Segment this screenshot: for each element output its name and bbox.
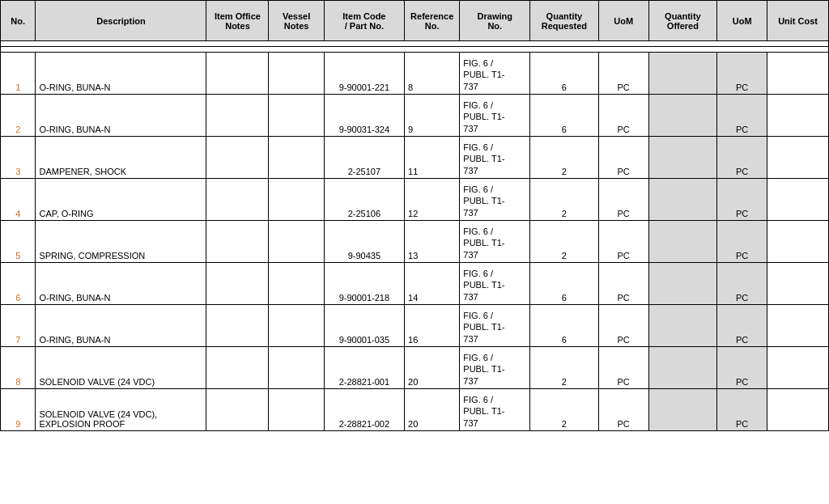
cell-item-office xyxy=(206,263,269,305)
col-header-qty-req: QuantityRequested xyxy=(530,1,598,41)
cell-unit-cost xyxy=(767,137,829,179)
cell-uom: PC xyxy=(598,137,648,179)
table-body: 1O-RING, BUNA-N9-90001-2218FIG. 6 / PUBL… xyxy=(1,53,829,431)
cell-qty-req: 2 xyxy=(530,389,598,431)
cell-no: 1 xyxy=(1,53,36,95)
col-header-ref: ReferenceNo. xyxy=(405,1,460,41)
col-header-no: No. xyxy=(1,1,36,41)
cell-qty-off xyxy=(648,53,716,95)
cell-ref: 13 xyxy=(405,221,460,263)
cell-desc: O-RING, BUNA-N xyxy=(36,53,206,95)
cell-qty-req: 2 xyxy=(530,179,598,221)
cell-unit-cost xyxy=(767,347,829,389)
cell-item-office xyxy=(206,389,269,431)
cell-desc: O-RING, BUNA-N xyxy=(36,95,206,137)
assembly-info-row xyxy=(1,47,829,53)
cell-drawing: FIG. 6 / PUBL. T1- 737 xyxy=(460,53,530,95)
cell-no: 4 xyxy=(1,179,36,221)
main-table-container: No. Description Item OfficeNotes VesselN… xyxy=(0,0,829,431)
cell-uom2: PC xyxy=(717,347,767,389)
cell-uom2: PC xyxy=(717,389,767,431)
cell-item-code: 9-90001-035 xyxy=(324,305,404,347)
parts-table: No. Description Item OfficeNotes VesselN… xyxy=(0,0,829,431)
col-header-qty-off: QuantityOffered xyxy=(648,1,716,41)
cell-drawing: FIG. 6 / PUBL. T1- 737 xyxy=(460,179,530,221)
table-row: 6O-RING, BUNA-N9-90001-21814FIG. 6 / PUB… xyxy=(1,263,829,305)
cell-uom2: PC xyxy=(717,221,767,263)
cell-no: 5 xyxy=(1,221,36,263)
col-header-unit-cost: Unit Cost xyxy=(767,1,829,41)
cell-ref: 9 xyxy=(405,95,460,137)
cell-vessel xyxy=(269,95,324,137)
table-row: 7O-RING, BUNA-N9-90001-03516FIG. 6 / PUB… xyxy=(1,305,829,347)
cell-qty-req: 6 xyxy=(530,95,598,137)
cell-uom: PC xyxy=(598,347,648,389)
cell-vessel xyxy=(269,137,324,179)
cell-no: 8 xyxy=(1,347,36,389)
cell-qty-off xyxy=(648,305,716,347)
cell-desc: CAP, O-RING xyxy=(36,179,206,221)
cell-no: 6 xyxy=(1,263,36,305)
col-header-uom2: UoM xyxy=(717,1,767,41)
cell-vessel xyxy=(269,179,324,221)
cell-drawing: FIG. 6 / PUBL. T1- 737 xyxy=(460,389,530,431)
col-header-uom: UoM xyxy=(598,1,648,41)
table-row: 1O-RING, BUNA-N9-90001-2218FIG. 6 / PUBL… xyxy=(1,53,829,95)
table-row: 9SOLENOID VALVE (24 VDC), EXPLOSION PROO… xyxy=(1,389,829,431)
cell-uom2: PC xyxy=(717,305,767,347)
cell-unit-cost xyxy=(767,389,829,431)
cell-item-code: 9-90031-324 xyxy=(324,95,404,137)
cell-item-code: 9-90001-221 xyxy=(324,53,404,95)
cell-vessel xyxy=(269,305,324,347)
cell-no: 3 xyxy=(1,137,36,179)
cell-item-office xyxy=(206,305,269,347)
table-row: 8SOLENOID VALVE (24 VDC)2-28821-00120FIG… xyxy=(1,347,829,389)
cell-no: 9 xyxy=(1,389,36,431)
cell-desc: SOLENOID VALVE (24 VDC) xyxy=(36,347,206,389)
col-header-item-office: Item OfficeNotes xyxy=(206,1,269,41)
cell-unit-cost xyxy=(767,95,829,137)
cell-unit-cost xyxy=(767,53,829,95)
assembly-info xyxy=(1,47,829,53)
cell-qty-off xyxy=(648,137,716,179)
col-header-item-code: Item Code/ Part No. xyxy=(324,1,404,41)
cell-item-code: 2-28821-002 xyxy=(324,389,404,431)
cell-item-office xyxy=(206,347,269,389)
cell-no: 7 xyxy=(1,305,36,347)
cell-qty-req: 2 xyxy=(530,137,598,179)
cell-ref: 8 xyxy=(405,53,460,95)
cell-no: 2 xyxy=(1,95,36,137)
cell-uom2: PC xyxy=(717,179,767,221)
cell-item-office xyxy=(206,95,269,137)
equipment-info xyxy=(1,41,829,47)
cell-drawing: FIG. 6 / PUBL. T1- 737 xyxy=(460,221,530,263)
cell-uom: PC xyxy=(598,95,648,137)
cell-item-code: 2-25106 xyxy=(324,179,404,221)
cell-qty-req: 6 xyxy=(530,305,598,347)
cell-ref: 20 xyxy=(405,347,460,389)
cell-item-code: 9-90435 xyxy=(324,221,404,263)
cell-qty-req: 6 xyxy=(530,263,598,305)
cell-desc: SOLENOID VALVE (24 VDC), EXPLOSION PROOF xyxy=(36,389,206,431)
cell-uom: PC xyxy=(598,263,648,305)
cell-vessel xyxy=(269,347,324,389)
col-header-vessel: VesselNotes xyxy=(269,1,324,41)
cell-qty-off xyxy=(648,389,716,431)
cell-item-office xyxy=(206,221,269,263)
cell-qty-off xyxy=(648,347,716,389)
table-row: 4CAP, O-RING2-2510612FIG. 6 / PUBL. T1- … xyxy=(1,179,829,221)
cell-uom2: PC xyxy=(717,263,767,305)
col-header-drawing: DrawingNo. xyxy=(460,1,530,41)
cell-vessel xyxy=(269,53,324,95)
cell-unit-cost xyxy=(767,305,829,347)
cell-ref: 11 xyxy=(405,137,460,179)
cell-item-office xyxy=(206,137,269,179)
cell-ref: 14 xyxy=(405,263,460,305)
cell-drawing: FIG. 6 / PUBL. T1- 737 xyxy=(460,95,530,137)
cell-vessel xyxy=(269,389,324,431)
cell-uom: PC xyxy=(598,389,648,431)
equipment-info-row xyxy=(1,41,829,47)
col-header-desc: Description xyxy=(36,1,206,41)
cell-item-code: 9-90001-218 xyxy=(324,263,404,305)
cell-uom: PC xyxy=(598,305,648,347)
